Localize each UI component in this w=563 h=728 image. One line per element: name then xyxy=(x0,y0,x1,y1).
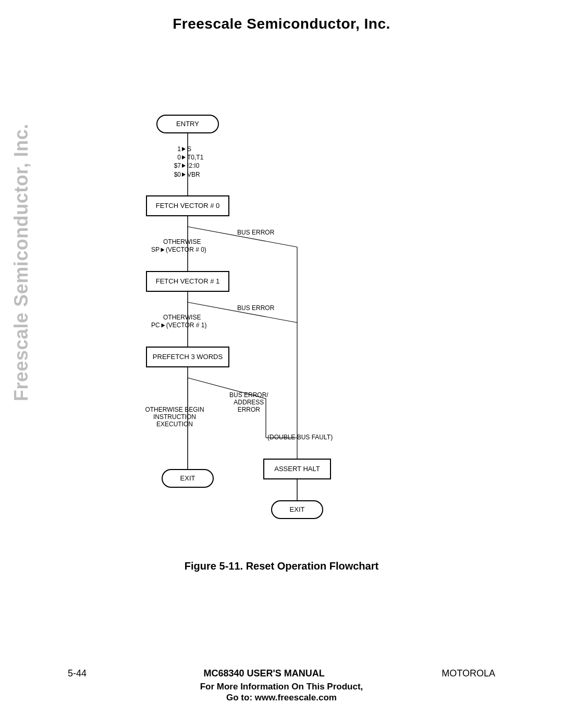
label-begin-exec: OTHERWISE BEGIN INSTRUCTION EXECUTION xyxy=(143,406,206,428)
init-row: 1 S xyxy=(168,145,203,153)
watermark-vertical: Freescale Semiconductor, Inc. xyxy=(10,124,32,401)
page-footer: 5-44 MC68340 USER'S MANUAL MOTOROLA For … xyxy=(0,668,563,704)
label-double-bus-fault: (DOUBLE BUS FAULT) xyxy=(267,434,333,441)
process-prefetch-3-words: PREFETCH 3 WORDS xyxy=(146,347,229,367)
page-title: Freescale Semiconductor, Inc. xyxy=(0,16,563,32)
init-left: $7 xyxy=(168,162,181,170)
process-fetch-vector-1: FETCH VECTOR # 1 xyxy=(146,271,229,292)
init-row: 0 T0,T1 xyxy=(168,153,203,162)
brand-name: MOTOROLA xyxy=(442,668,495,679)
arrow-icon xyxy=(181,164,186,168)
terminal-entry: ENTRY xyxy=(156,115,219,133)
terminal-exit-left: EXIT xyxy=(162,469,214,488)
init-row: $7 I2:I0 xyxy=(168,162,203,170)
footer-info-line-2: Go to: www.freescale.com xyxy=(0,692,563,703)
arrow-icon xyxy=(181,172,186,177)
init-left: 0 xyxy=(168,153,181,162)
init-assignments: 1 S 0 T0,T1 $7 I2:I0 $0 VBR xyxy=(168,145,203,179)
process-fetch-vector-0: FETCH VECTOR # 0 xyxy=(146,195,229,216)
arrow-icon xyxy=(181,155,186,159)
label-buserr-addr: BUS ERROR/ ADDRESS ERROR xyxy=(229,392,268,413)
init-right: I2:I0 xyxy=(186,162,199,170)
arrow-icon xyxy=(181,147,186,151)
init-row: $0 VBR xyxy=(168,170,203,179)
label-bus-error: BUS ERROR xyxy=(237,305,274,312)
arrow-icon xyxy=(161,324,165,328)
flowchart: ENTRY 1 S 0 T0,T1 $7 I2:I0 $0 VBR FETCH … xyxy=(146,115,417,547)
arrow-icon xyxy=(161,248,165,252)
init-right: VBR xyxy=(186,170,200,179)
page-number: 5-44 xyxy=(68,668,87,679)
figure-caption: Figure 5-11. Reset Operation Flowchart xyxy=(0,560,563,572)
terminal-exit-right: EXIT xyxy=(271,500,323,519)
manual-title: MC68340 USER'S MANUAL xyxy=(204,668,325,679)
init-left: 1 xyxy=(168,145,181,153)
label-sp-vec0: SP(VECTOR # 0) xyxy=(151,246,206,254)
label-bus-error: BUS ERROR xyxy=(237,229,274,237)
footer-info-line-1: For More Information On This Product, xyxy=(0,681,563,692)
init-right: T0,T1 xyxy=(186,153,203,162)
label-otherwise: OTHERWISE xyxy=(163,239,201,246)
label-pc-vec1: PC(VECTOR # 1) xyxy=(151,322,206,329)
init-left: $0 xyxy=(168,170,181,179)
process-assert-halt: ASSERT HALT xyxy=(263,459,331,479)
label-otherwise: OTHERWISE xyxy=(163,314,201,322)
init-right: S xyxy=(186,145,191,153)
